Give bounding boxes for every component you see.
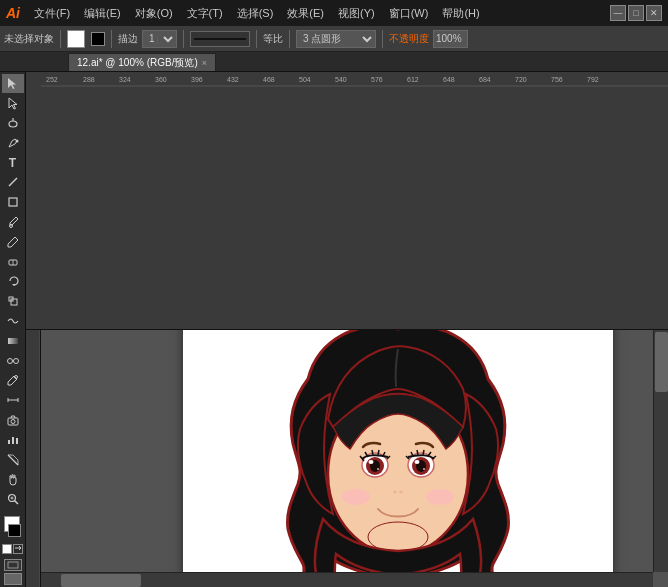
fill-none-btn[interactable]: [2, 544, 12, 554]
svg-point-5: [9, 224, 12, 227]
svg-rect-21: [8, 440, 10, 444]
blend-tool[interactable]: [2, 351, 24, 370]
tab-bar: 12.ai* @ 100% (RGB/预览) ×: [0, 52, 668, 72]
eyedropper-tool[interactable]: [2, 371, 24, 390]
svg-text:396: 396: [191, 76, 203, 83]
separator-5: [289, 30, 290, 48]
tab-label: 12.ai* @ 100% (RGB/预览): [77, 56, 198, 70]
svg-text:468: 468: [263, 76, 275, 83]
stroke-swatch[interactable]: [91, 32, 105, 46]
measure-tool[interactable]: [2, 391, 24, 410]
svg-text:288: 288: [83, 76, 95, 83]
illustration: [248, 330, 548, 587]
slice-tool[interactable]: [2, 450, 24, 469]
svg-point-93: [426, 489, 454, 505]
svg-line-26: [14, 501, 18, 505]
tab-close[interactable]: ×: [202, 58, 207, 68]
svg-point-90: [393, 490, 397, 493]
scrollbar-thumb-h[interactable]: [61, 574, 141, 587]
direct-selection-tool[interactable]: [2, 94, 24, 113]
shape-select[interactable]: 3 点圆形: [296, 30, 376, 48]
minimize-button[interactable]: —: [610, 5, 626, 21]
scrollbar-thumb-v[interactable]: [655, 332, 668, 392]
lasso-tool[interactable]: [2, 114, 24, 133]
color-mode-buttons: [2, 544, 23, 554]
selection-tool[interactable]: [2, 74, 24, 93]
menu-select[interactable]: 选择(S): [231, 4, 280, 23]
svg-line-3: [9, 178, 17, 186]
toolbar: T: [0, 72, 26, 587]
opacity-input[interactable]: [433, 30, 468, 48]
line-tool[interactable]: [2, 173, 24, 192]
svg-text:324: 324: [119, 76, 131, 83]
menu-view[interactable]: 视图(Y): [332, 4, 381, 23]
window-controls: — □ ✕: [610, 5, 662, 21]
menu-file[interactable]: 文件(F): [28, 4, 76, 23]
hand-tool[interactable]: [2, 470, 24, 489]
swap-colors-btn[interactable]: [13, 544, 23, 554]
svg-text:792: 792: [587, 76, 599, 83]
separator-4: [256, 30, 257, 48]
pencil-tool[interactable]: [2, 232, 24, 251]
svg-line-24: [8, 455, 18, 465]
svg-line-75: [372, 450, 373, 455]
svg-text:504: 504: [299, 76, 311, 83]
normal-mode-btn[interactable]: [4, 559, 22, 571]
background-color[interactable]: [8, 524, 21, 537]
stroke-select[interactable]: 1 pt: [142, 30, 177, 48]
shape-tool[interactable]: [2, 193, 24, 212]
title-bar: Ai 文件(F) 编辑(E) 对象(O) 文字(T) 选择(S) 效果(E) 视…: [0, 0, 668, 26]
scrollbar-horizontal[interactable]: [41, 572, 653, 587]
rotate-tool[interactable]: [2, 272, 24, 291]
svg-rect-30: [41, 72, 668, 87]
pen-tool[interactable]: [2, 133, 24, 152]
svg-rect-4: [9, 198, 17, 206]
scale-tool[interactable]: [2, 292, 24, 311]
menu-help[interactable]: 帮助(H): [436, 4, 485, 23]
svg-point-91: [399, 490, 403, 493]
paintbrush-tool[interactable]: [2, 213, 24, 232]
menu-effect[interactable]: 效果(E): [281, 4, 330, 23]
canvas-area[interactable]: [41, 330, 668, 587]
close-button[interactable]: ✕: [646, 5, 662, 21]
svg-text:684: 684: [479, 76, 491, 83]
chart-tool[interactable]: [2, 430, 24, 449]
svg-rect-22: [12, 437, 14, 444]
svg-line-76: [378, 450, 379, 455]
fill-swatch[interactable]: [67, 30, 85, 48]
options-bar: 未选择对象 描边 1 pt 等比 3 点圆形 不透明度: [0, 26, 668, 52]
active-tab[interactable]: 12.ai* @ 100% (RGB/预览) ×: [68, 53, 216, 71]
separator-6: [382, 30, 383, 48]
ruler-horizontal: 252 288 324 360 396 432 468 504 540 576 …: [26, 72, 668, 330]
eraser-tool[interactable]: [2, 252, 24, 271]
svg-text:252: 252: [46, 76, 58, 83]
svg-rect-9: [11, 299, 17, 305]
type-tool[interactable]: T: [2, 153, 24, 172]
menu-window[interactable]: 窗口(W): [383, 4, 435, 23]
selection-label: 未选择对象: [4, 32, 54, 46]
warp-tool[interactable]: [2, 312, 24, 331]
scrollbar-vertical[interactable]: [653, 330, 668, 572]
menu-bar: 文件(F) 编辑(E) 对象(O) 文字(T) 选择(S) 效果(E) 视图(Y…: [28, 4, 602, 23]
stroke-preview: [190, 31, 250, 47]
svg-point-0: [9, 121, 17, 127]
svg-point-15: [14, 376, 17, 379]
artboard: [183, 330, 613, 587]
mode-buttons: [4, 559, 22, 585]
app-logo: Ai: [6, 5, 20, 21]
svg-point-2: [15, 139, 18, 142]
svg-text:612: 612: [407, 76, 419, 83]
ratio-label: 等比: [263, 32, 283, 46]
camera-tool[interactable]: [2, 411, 24, 430]
zoom-tool[interactable]: [2, 490, 24, 509]
menu-edit[interactable]: 编辑(E): [78, 4, 127, 23]
menu-type[interactable]: 文字(T): [181, 4, 229, 23]
separator-3: [183, 30, 184, 48]
svg-line-86: [417, 450, 418, 455]
svg-rect-29: [8, 562, 18, 568]
screen-mode-btn[interactable]: [4, 573, 22, 585]
maximize-button[interactable]: □: [628, 5, 644, 21]
menu-object[interactable]: 对象(O): [129, 4, 179, 23]
gradient-tool[interactable]: [2, 331, 24, 350]
svg-point-13: [13, 358, 18, 363]
